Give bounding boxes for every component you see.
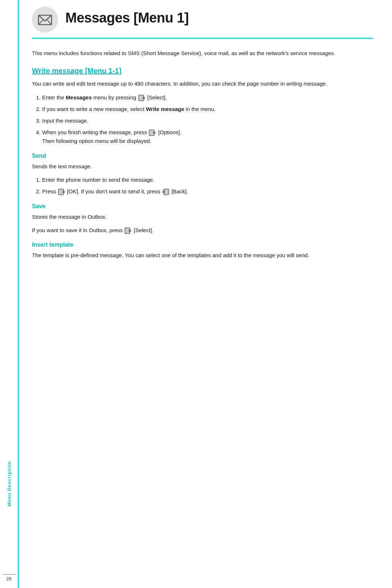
save-description: Stores the message in Outbox. <box>32 213 373 221</box>
svg-point-8 <box>62 191 65 193</box>
svg-point-12 <box>129 230 131 232</box>
write-message-bold: Write message <box>146 106 184 112</box>
options-key-icon <box>149 129 156 136</box>
step-1: Enter the Messages menu by pressing [Sel… <box>42 93 373 102</box>
write-message-section: Write message [Menu 1-1] You can write a… <box>32 67 373 145</box>
send-step-2: Press [OK]. If you don't want to send it… <box>42 187 373 196</box>
svg-line-2 <box>47 20 52 25</box>
write-message-heading: Write message [Menu 1-1] <box>32 67 373 75</box>
save-select-key-icon <box>124 227 132 234</box>
step-2: If you want to write a new message, sele… <box>42 105 373 114</box>
write-message-steps: Enter the Messages menu by pressing [Sel… <box>42 93 373 145</box>
page-header: Messages [Menu 1] <box>32 0 373 39</box>
send-step-1: Enter the phone number to send the messa… <box>42 176 373 184</box>
send-section: Send Sends the text message. Enter the p… <box>32 153 373 196</box>
ok-key-icon <box>58 189 65 195</box>
send-steps: Enter the phone number to send the messa… <box>42 176 373 196</box>
svg-point-10 <box>163 191 165 193</box>
save-heading: Save <box>32 203 373 210</box>
page-number: 28 <box>3 574 16 581</box>
page-title: Messages [Menu 1] <box>65 7 189 26</box>
main-content: Messages [Menu 1] This menu includes fun… <box>19 0 392 588</box>
back-key-icon <box>162 189 170 195</box>
sidebar-label: Menu Description <box>6 461 12 506</box>
svg-line-1 <box>38 20 43 25</box>
send-description: Sends the text message. <box>32 162 373 170</box>
messages-bold: Messages <box>66 94 92 100</box>
sidebar: Menu Description 28 <box>0 0 19 588</box>
write-message-description: You can write and edit text message up t… <box>32 79 373 88</box>
save-note: If you want to save it in Outbox, press … <box>32 226 373 234</box>
step-4: When you finish writing the message, pre… <box>42 128 373 145</box>
messages-icon <box>32 7 58 33</box>
select-key-icon <box>138 95 146 101</box>
intro-paragraph: This menu includes functions related to … <box>32 49 373 57</box>
insert-template-section: Insert template The template is pre-defi… <box>32 242 373 259</box>
svg-point-4 <box>143 97 145 99</box>
insert-template-description: The template is pre-defined message. You… <box>32 251 373 259</box>
send-heading: Send <box>32 153 373 159</box>
insert-template-heading: Insert template <box>32 242 373 248</box>
step-3: Input the message. <box>42 116 373 125</box>
save-section: Save Stores the message in Outbox. If yo… <box>32 203 373 235</box>
svg-point-6 <box>153 132 155 134</box>
